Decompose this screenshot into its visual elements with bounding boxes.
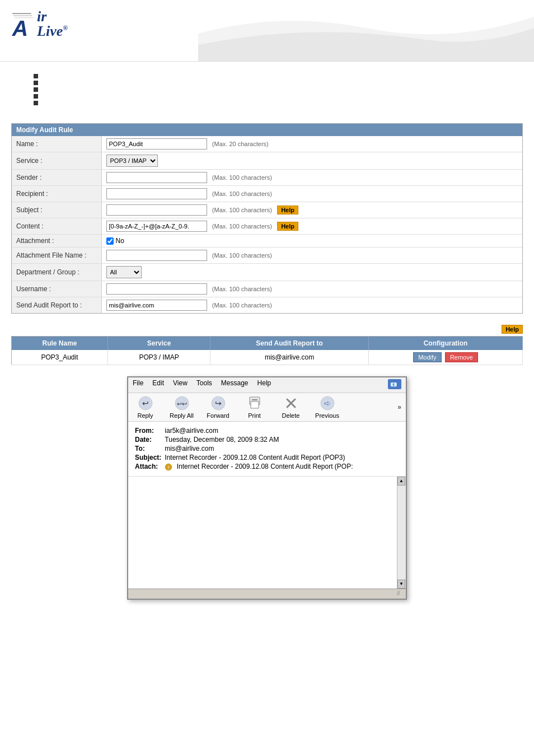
reply-label: Reply: [137, 412, 153, 419]
dept-row: Department / Group : All Group1 Group2: [12, 264, 522, 281]
print-label: Print: [248, 412, 261, 419]
bullet-icon: [34, 101, 38, 105]
scroll-up-button[interactable]: ▲: [397, 477, 405, 486]
list-item: [34, 86, 500, 93]
name-row: Name : (Max. 20 characters): [12, 136, 522, 152]
attachment-file-row: Attachment File Name : (Max. 100 charact…: [12, 248, 522, 264]
attachment-checkbox-label: No: [106, 237, 518, 245]
reply-all-button[interactable]: ↩↩ Reply All: [169, 395, 194, 419]
dept-cell: All Group1 Group2: [101, 264, 522, 281]
menu-view[interactable]: View: [173, 379, 188, 391]
forward-button[interactable]: ↪ Forward: [205, 395, 231, 419]
cell-configuration: Modify Remove: [369, 350, 523, 365]
cell-service: POP3 / IMAP: [108, 350, 210, 365]
send-report-input[interactable]: [106, 300, 207, 311]
send-report-cell: (Max. 100 characters): [101, 297, 522, 314]
attach-row: Attach: ! Internet Recorder - 2009.12.08…: [135, 462, 357, 472]
attach-cell: ! Internet Recorder - 2009.12.08 Content…: [165, 462, 356, 472]
scroll-down-button[interactable]: ▼: [397, 580, 405, 589]
results-table-body: POP3_Audit POP3 / IMAP mis@airlive.com M…: [12, 350, 523, 365]
date-value: Tuesday, December 08, 2009 8:32 AM: [165, 435, 356, 444]
service-cell: POP3 / IMAP SMTP HTTP FTP: [101, 152, 522, 170]
name-hint: (Max. 20 characters): [212, 141, 269, 147]
username-cell: (Max. 100 characters): [101, 281, 522, 297]
subject-input[interactable]: [106, 204, 207, 216]
previous-button[interactable]: ➪ Previous: [315, 395, 340, 419]
logo-icon: A: [11, 8, 35, 39]
from-value: iar5k@airlive.com: [165, 426, 356, 435]
menu-message[interactable]: Message: [221, 379, 249, 391]
username-input[interactable]: [106, 283, 207, 295]
results-section: Help Rule Name Service Send Audit Report…: [11, 325, 523, 365]
service-select[interactable]: POP3 / IMAP SMTP HTTP FTP: [106, 155, 158, 167]
cell-send-report: mis@airlive.com: [210, 350, 369, 365]
attach-value: Internet Recorder - 2009.12.08 Content A…: [177, 463, 353, 470]
list-item: [34, 80, 500, 86]
recipient-hint: (Max. 100 characters): [212, 190, 272, 197]
email-toolbar: ↩ Reply ↩↩ Reply All ↪ Forward: [128, 393, 406, 422]
col-service: Service: [108, 337, 210, 351]
resize-handle-icon[interactable]: //: [397, 590, 404, 597]
toolbar-more-button[interactable]: »: [397, 403, 401, 411]
name-label: Name :: [12, 136, 101, 152]
bullet-list: [34, 73, 500, 106]
list-item: [34, 100, 500, 106]
sender-hint: (Max. 100 characters): [212, 174, 272, 181]
audit-rule-section: Modify Audit Rule Name : (Max. 20 charac…: [11, 123, 523, 314]
bullet-icon: [34, 87, 38, 92]
recipient-label: Recipient :: [12, 186, 101, 202]
print-button[interactable]: Print: [242, 395, 267, 419]
subject-help-button[interactable]: Help: [277, 206, 298, 214]
modify-button[interactable]: Modify: [413, 352, 441, 362]
attachment-row: Attachment : No: [12, 235, 522, 248]
results-table-header: Rule Name Service Send Audit Report to C…: [12, 337, 523, 351]
results-help-button[interactable]: Help: [502, 325, 523, 334]
attachment-checkbox[interactable]: [106, 237, 114, 245]
to-row: To: mis@airlive.com: [135, 444, 357, 453]
svg-text:↩: ↩: [142, 399, 149, 408]
content-help-button[interactable]: Help: [277, 222, 298, 231]
menu-tools[interactable]: Tools: [196, 379, 212, 391]
previous-label: Previous: [315, 412, 339, 419]
window-icon: 📧: [388, 379, 401, 391]
reply-all-icon: ↩↩: [173, 395, 191, 411]
content-label: Content :: [12, 218, 101, 235]
delete-icon: [282, 395, 300, 411]
menu-help[interactable]: Help: [257, 379, 271, 391]
attachment-file-input[interactable]: [106, 250, 207, 261]
date-row: Date: Tuesday, December 08, 2009 8:32 AM: [135, 435, 357, 444]
attach-icon: !: [165, 463, 174, 470]
dept-select[interactable]: All Group1 Group2: [106, 266, 142, 278]
bullet-icon: [34, 74, 38, 78]
service-label: Service :: [12, 152, 101, 170]
content-input[interactable]: [106, 221, 207, 232]
recipient-row: Recipient : (Max. 100 characters): [12, 186, 522, 202]
menu-edit[interactable]: Edit: [152, 379, 164, 391]
svg-rect-14: [252, 399, 257, 400]
list-item: [34, 73, 500, 80]
email-client-window: File Edit View Tools Message Help 📧 ↩ Re…: [127, 376, 407, 600]
menu-file[interactable]: File: [133, 379, 143, 391]
vertical-scrollbar[interactable]: ▲ ▼: [397, 477, 406, 589]
email-body: ▲ ▼: [128, 477, 406, 589]
sender-input[interactable]: [106, 172, 207, 183]
username-row: Username : (Max. 100 characters): [12, 281, 522, 297]
subject-hint: (Max. 100 characters): [212, 207, 272, 213]
send-report-row: Send Audit Report to : (Max. 100 charact…: [12, 297, 522, 314]
content-row: Content : (Max. 100 characters) Help: [12, 218, 522, 235]
list-item: [34, 93, 500, 100]
col-rule-name: Rule Name: [12, 337, 108, 351]
reply-button[interactable]: ↩ Reply: [133, 395, 158, 419]
username-label: Username :: [12, 281, 101, 297]
name-input[interactable]: [106, 138, 207, 150]
svg-rect-13: [251, 402, 259, 408]
bullet-section: [0, 62, 534, 118]
attachment-file-label: Attachment File Name :: [12, 248, 101, 264]
remove-button[interactable]: Remove: [445, 352, 478, 362]
service-row: Service : POP3 / IMAP SMTP HTTP FTP: [12, 152, 522, 170]
recipient-input[interactable]: [106, 188, 207, 199]
delete-button[interactable]: Delete: [278, 395, 303, 419]
sender-cell: (Max. 100 characters): [101, 170, 522, 186]
to-value: mis@airlive.com: [165, 444, 356, 453]
email-statusbar: //: [128, 589, 406, 599]
